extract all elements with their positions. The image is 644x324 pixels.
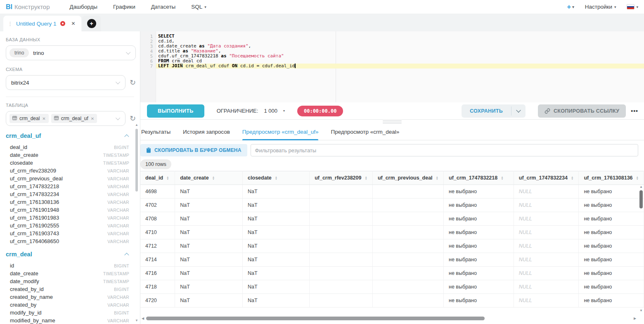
- sort-icon[interactable]: ▲▼: [275, 176, 277, 180]
- schema-field-row[interactable]: uf_crm_1761902555VARCHAR: [6, 222, 129, 229]
- copy-to-clipboard-label: СКОПИРОВАТЬ В БУФЕР ОБМЕНА: [154, 147, 242, 153]
- close-tab-icon[interactable]: ✕: [71, 21, 76, 26]
- more-options-button[interactable]: •••: [631, 108, 638, 114]
- schema-field-row[interactable]: date_modifyTIMESTAMP: [6, 277, 129, 285]
- schema-field-row[interactable]: uf_crm_1761901948VARCHAR: [6, 206, 129, 214]
- app-logo[interactable]: BI Конструктор: [6, 3, 50, 11]
- refresh-tables-icon[interactable]: ↻: [130, 115, 136, 122]
- sidebar-scrollbar[interactable]: ▲ ▼: [135, 123, 139, 322]
- table-horizontal-scrollbar[interactable]: ◀ ▶: [140, 316, 637, 321]
- schema-select[interactable]: bitrix24: [6, 75, 125, 90]
- sort-icon[interactable]: ▲▼: [571, 176, 573, 180]
- scroll-down-icon[interactable]: ▼: [638, 309, 644, 312]
- table-cell: NULL: [514, 253, 579, 267]
- schema-field-row[interactable]: uf_crm_previous_dealVARCHAR: [6, 175, 129, 182]
- settings-menu[interactable]: Настройки ▾: [585, 4, 616, 10]
- run-query-button[interactable]: ВЫПОЛНИТЬ: [147, 104, 204, 118]
- nav-item-sql[interactable]: SQL ▾: [191, 4, 206, 10]
- schema-field-row[interactable]: created_by_nameVARCHAR: [6, 293, 129, 301]
- chevron-down-icon: ▾: [572, 5, 574, 9]
- result-tab-2[interactable]: Предпросмотр «crm_deal_uf»: [242, 124, 319, 140]
- limit-dropdown[interactable]: ОГРАНИЧЕНИЕ: 1 000 ▾: [217, 108, 285, 114]
- schema-sidebar: БАЗА ДАННЫХ trino trino СХЕМА bitrix24 ↻…: [0, 31, 140, 324]
- remove-chip-icon[interactable]: ✕: [42, 116, 45, 121]
- schema-field-row[interactable]: uf_crm_1747832234VARCHAR: [6, 190, 129, 198]
- schema-field-row[interactable]: modify_by_idBIGINT: [6, 309, 129, 317]
- schema-field-row[interactable]: date_createTIMESTAMP: [6, 270, 129, 277]
- column-header-uf_crm_1747832218[interactable]: uf_crm_1747832218▲▼: [444, 171, 514, 185]
- copy-link-button[interactable]: СКОПИРОВАТЬ ССЫЛКУ: [538, 104, 626, 118]
- sort-icon[interactable]: ▲▼: [436, 176, 438, 180]
- refresh-schema-icon[interactable]: ↻: [130, 79, 136, 86]
- table-vertical-scrollbar[interactable]: ▲ ▼: [638, 185, 644, 312]
- vertical-scroll-thumb[interactable]: [639, 190, 643, 208]
- schema-field-row[interactable]: uf_crm_1761308136VARCHAR: [6, 198, 129, 206]
- table-cell: [372, 253, 443, 267]
- new-query-tab-button[interactable]: +: [87, 19, 96, 28]
- schema-field-row[interactable]: deal_idBIGINT: [6, 143, 129, 151]
- table-chip-label: crm_deal_uf: [61, 116, 88, 121]
- schema-field-row[interactable]: uf_crm_1747832218VARCHAR: [6, 182, 129, 190]
- schema-field-row[interactable]: idBIGINT: [6, 262, 129, 270]
- editor-code-area[interactable]: SELECTcd.id,cd.date_create as "Дата созд…: [156, 31, 644, 102]
- schema-field-row[interactable]: closedateTIMESTAMP: [6, 159, 129, 167]
- table-cell: NaT: [175, 267, 243, 280]
- database-select[interactable]: trino trino: [6, 45, 136, 60]
- scroll-down-icon[interactable]: ▼: [135, 319, 139, 322]
- scroll-up-icon[interactable]: ▲: [638, 185, 644, 189]
- schema-field-row[interactable]: uf_crm_1764068650VARCHAR: [6, 237, 129, 245]
- sidebar-scroll-thumb[interactable]: [135, 129, 138, 192]
- column-header-date_create[interactable]: date_create▲▼: [175, 171, 243, 185]
- save-button[interactable]: СОХРАНИТЬ: [462, 104, 511, 118]
- horizontal-scroll-thumb[interactable]: [146, 317, 485, 320]
- panel-resize-handle[interactable]: [140, 120, 644, 124]
- nav-item-датасеты[interactable]: Датасеты: [151, 4, 176, 10]
- sort-icon[interactable]: ▲▼: [212, 176, 215, 180]
- schema-field-row[interactable]: uf_crm_1761903743VARCHAR: [6, 229, 129, 237]
- copy-to-clipboard-button[interactable]: СКОПИРОВАТЬ В БУФЕР ОБМЕНА: [140, 144, 247, 156]
- new-tab-zone: +: [82, 16, 101, 31]
- column-header-deal_id[interactable]: deal_id▲▼: [140, 171, 175, 185]
- add-new-button[interactable]: + ▾: [567, 3, 574, 11]
- result-tab-3[interactable]: Предпросмотр «crm_deal»: [331, 124, 399, 140]
- column-header-closedate[interactable]: closedate▲▼: [243, 171, 310, 185]
- scroll-right-icon[interactable]: ▶: [632, 317, 637, 320]
- query-tab-active[interactable]: ⋮ Untitled Query 1 ✕: [3, 16, 81, 31]
- language-selector[interactable]: ▾: [627, 4, 638, 9]
- schema-section-header-crm_deal_uf[interactable]: crm_deal_uf: [6, 132, 129, 139]
- sort-icon[interactable]: ▲▼: [166, 176, 169, 180]
- nav-item-графики[interactable]: Графики: [113, 4, 135, 10]
- scroll-up-icon[interactable]: ▲: [135, 123, 139, 127]
- result-tab-1[interactable]: История запросов: [183, 124, 230, 140]
- scroll-left-icon[interactable]: ◀: [140, 317, 145, 320]
- remove-chip-icon[interactable]: ✕: [91, 116, 94, 121]
- result-tab-0[interactable]: Результаты: [141, 124, 170, 140]
- schema-field-row[interactable]: date_createTIMESTAMP: [6, 151, 129, 159]
- sort-icon[interactable]: ▲▼: [501, 176, 503, 180]
- table-multiselect[interactable]: crm_deal✕crm_deal_uf✕: [6, 111, 125, 126]
- field-type: VARCHAR: [107, 200, 129, 205]
- sort-icon[interactable]: ▲▼: [365, 176, 367, 180]
- nav-item-дашборды[interactable]: Дашборды: [70, 4, 98, 10]
- drag-handle-icon[interactable]: ⋮: [7, 21, 12, 27]
- sort-icon[interactable]: ▲▼: [636, 176, 639, 180]
- sql-editor[interactable]: 1234567 SELECTcd.id,cd.date_create as "Д…: [140, 31, 644, 102]
- schema-field-row[interactable]: created_byVARCHAR: [6, 301, 129, 309]
- filter-results-input[interactable]: [251, 144, 638, 156]
- schema-field-row[interactable]: modified_by_nameVARCHAR: [6, 317, 129, 324]
- save-options-button[interactable]: [511, 104, 526, 118]
- column-header-uf_crm_previous_deal[interactable]: uf_crm_previous_deal▲▼: [372, 171, 443, 185]
- table-row: 4718NaTNaTне выбраноNULLне выбрано: [140, 280, 644, 294]
- schema-section-header-crm_deal[interactable]: crm_deal: [6, 251, 129, 258]
- table-label: ТАБЛИЦА: [6, 103, 140, 108]
- column-header-uf_crm_rfev238209[interactable]: uf_crm_rfev238209▲▼: [310, 171, 373, 185]
- table-cell: не выбрано: [579, 239, 644, 253]
- column-header-uf_crm_1747832234[interactable]: uf_crm_1747832234▲▼: [514, 171, 579, 185]
- schema-field-row[interactable]: uf_crm_rfev238209VARCHAR: [6, 167, 129, 175]
- chevron-up-icon: [124, 253, 129, 257]
- field-name: deal_id: [10, 144, 27, 150]
- table-row: 4702NaTNaTне выбраноNULLне выбрано: [140, 199, 644, 212]
- schema-field-row[interactable]: created_by_idBIGINT: [6, 285, 129, 293]
- column-header-uf_crm_1761308136[interactable]: uf_crm_1761308136▲▼: [579, 171, 644, 185]
- schema-field-row[interactable]: uf_crm_1761901983VARCHAR: [6, 214, 129, 222]
